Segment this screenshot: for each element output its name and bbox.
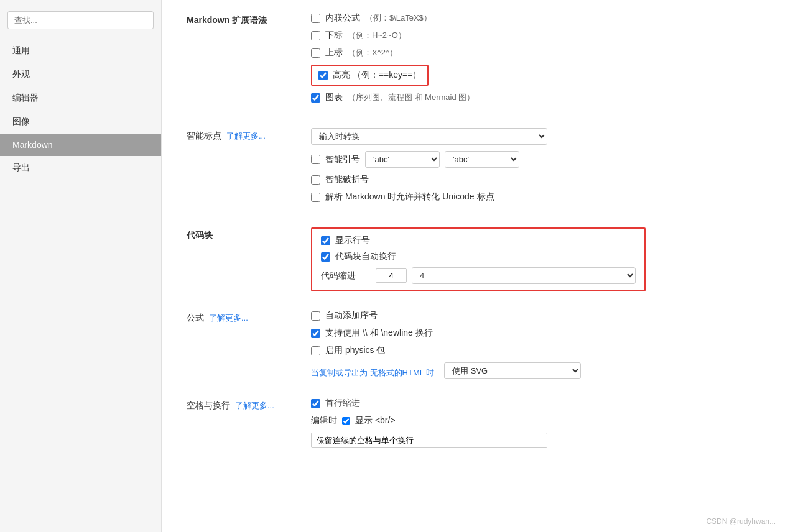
checkbox-superscript[interactable] [311,48,320,58]
section-space-newline: 空格与换行 了解更多... 首行缩进 编辑时 显示 <br/> [187,398,763,448]
label-subscript[interactable]: 下标 （例：H~2~O） [325,30,406,41]
code-indent-row: 代码缩进 4 2 8 [321,267,636,284]
section-label-markdown-syntax: Markdown 扩展语法 [187,12,311,26]
label-newline-support[interactable]: 支持使用 \\ 和 \newline 换行 [325,328,433,339]
space-newline-learn-more[interactable]: 了解更多... [235,400,274,411]
row-show-line-numbers: 显示行号 [321,235,636,246]
checkbox-auto-wrap[interactable] [321,252,330,262]
formula-export-row: 当复制或导出为 无格式的HTML 时 使用 SVG 使用 MathML 使用 H… [311,362,763,379]
label-show-line-numbers[interactable]: 显示行号 [335,235,370,246]
label-auto-wrap[interactable]: 代码块自动换行 [335,251,396,262]
row-unicode-punctuation: 解析 Markdown 时允许并转化 Unicode 标点 [311,191,763,203]
row-inline-formula: 内联公式 （例：$\LaTeX$） [311,12,763,24]
checkbox-subscript[interactable] [311,31,320,40]
section-label-space-newline: 空格与换行 了解更多... [187,398,311,411]
markdown-syntax-content: 内联公式 （例：$\LaTeX$） 下标 （例：H~2~O） 上 [311,12,763,109]
preserve-spaces-input[interactable] [311,433,547,448]
label-diagram[interactable]: 图表 （序列图、流程图 和 Mermaid 图） [325,92,475,103]
row-superscript: 上标 （例：X^2^） [311,47,763,58]
checkbox-first-line-indent[interactable] [311,399,320,408]
code-block-box: 显示行号 代码块自动换行 代码缩进 4 2 8 [311,227,646,291]
section-label-formula: 公式 了解更多... [187,310,311,324]
smart-punctuation-learn-more[interactable]: 了解更多... [226,131,266,142]
indent-select[interactable]: 4 2 8 [412,267,636,284]
row-diagram: 图表 （序列图、流程图 和 Mermaid 图） [311,92,763,103]
indent-input[interactable] [376,268,407,283]
sidebar-item-image[interactable]: 图像 [0,110,161,134]
smart-punctuation-select[interactable]: 输入时转换 导出时转换 禁用 [311,128,547,145]
sidebar-item-general[interactable]: 通用 [0,39,161,63]
main-content: Markdown 扩展语法 内联公式 （例：$\LaTeX$） 下标 （例： [162,0,788,532]
sidebar-item-export[interactable]: 导出 [0,156,161,180]
sidebar: 通用 外观 编辑器 图像 Markdown 导出 [0,0,162,532]
row-newline-support: 支持使用 \\ 和 \newline 换行 [311,328,763,339]
search-box [7,11,154,29]
section-markdown-syntax: Markdown 扩展语法 内联公式 （例：$\LaTeX$） 下标 （例： [187,12,763,109]
section-formula: 公式 了解更多... 自动添加序号 支持使用 \\ 和 \newline 换行 … [187,310,763,379]
formula-export-note: 当复制或导出为 无格式的HTML 时 [311,367,434,378]
section-label-smart-punctuation: 智能标点 了解更多... [187,128,311,142]
label-unicode-punctuation[interactable]: 解析 Markdown 时允许并转化 Unicode 标点 [325,191,494,203]
row-highlight-box: 高亮 （例：==key==） [311,65,429,86]
section-code-block: 代码块 显示行号 代码块自动换行 代码缩进 [187,227,763,291]
indent-label: 代码缩进 [321,270,371,282]
smart-punctuation-dropdown-row: 输入时转换 导出时转换 禁用 [311,128,763,145]
checkbox-physics-package[interactable] [311,346,320,355]
section-label-code-block: 代码块 [187,227,311,241]
label-auto-numbering[interactable]: 自动添加序号 [325,310,378,321]
checkbox-show-line-numbers[interactable] [321,236,330,245]
edit-time-row: 编辑时 显示 <br/> [311,415,763,426]
label-physics-package[interactable]: 启用 physics 包 [325,345,385,356]
checkbox-smart-dash[interactable] [311,175,320,185]
checkbox-newline-support[interactable] [311,329,320,338]
row-auto-numbering: 自动添加序号 [311,310,763,321]
row-smart-quotes: 智能引号 'abc' "abc" 'abc' "abc" [311,151,763,168]
label-first-line-indent[interactable]: 首行缩进 [325,398,360,409]
row-smart-dash: 智能破折号 [311,174,763,185]
smart-quote-right-select[interactable]: 'abc' "abc" [445,151,519,168]
section-smart-punctuation: 智能标点 了解更多... 输入时转换 导出时转换 禁用 智能引号 [187,128,763,209]
formula-export-select[interactable]: 使用 SVG 使用 MathML 使用 HTML+CSS [444,362,581,379]
smart-punctuation-content: 输入时转换 导出时转换 禁用 智能引号 'abc' "abc" [311,128,763,209]
formula-content: 自动添加序号 支持使用 \\ 和 \newline 换行 启用 physics … [311,310,763,379]
label-inline-formula[interactable]: 内联公式 （例：$\LaTeX$） [325,12,432,24]
edit-time-label: 编辑时 [311,415,337,426]
preserve-spaces-row [311,433,763,448]
row-subscript: 下标 （例：H~2~O） [311,30,763,41]
row-first-line-indent: 首行缩进 [311,398,763,409]
smart-quote-left-select[interactable]: 'abc' "abc" [365,151,440,168]
watermark: CSDN @rudyhwan... [706,517,776,526]
search-input[interactable] [7,11,154,29]
checkbox-show-br[interactable] [342,417,350,425]
checkbox-diagram[interactable] [311,93,320,103]
checkbox-inline-formula[interactable] [311,14,320,23]
code-block-content: 显示行号 代码块自动换行 代码缩进 4 2 8 [311,227,763,291]
label-smart-quotes[interactable]: 智能引号 [325,154,360,165]
checkbox-highlight[interactable] [318,71,328,80]
checkbox-unicode-punctuation[interactable] [311,193,320,202]
label-superscript[interactable]: 上标 （例：X^2^） [325,47,397,58]
sidebar-item-editor[interactable]: 编辑器 [0,86,161,110]
row-auto-wrap: 代码块自动换行 [321,251,636,262]
checkbox-auto-numbering[interactable] [311,311,320,321]
sidebar-item-markdown[interactable]: Markdown [0,134,161,156]
sidebar-item-appearance[interactable]: 外观 [0,63,161,86]
smart-quote-selects: 'abc' "abc" 'abc' "abc" [365,151,519,168]
label-highlight[interactable]: 高亮 （例：==key==） [333,70,421,81]
row-physics-package: 启用 physics 包 [311,345,763,356]
formula-learn-more[interactable]: 了解更多... [209,313,248,324]
space-newline-content: 首行缩进 编辑时 显示 <br/> [311,398,763,448]
checkbox-smart-quotes[interactable] [311,155,320,164]
label-show-br[interactable]: 显示 <br/> [355,415,396,426]
label-smart-dash[interactable]: 智能破折号 [325,174,369,185]
